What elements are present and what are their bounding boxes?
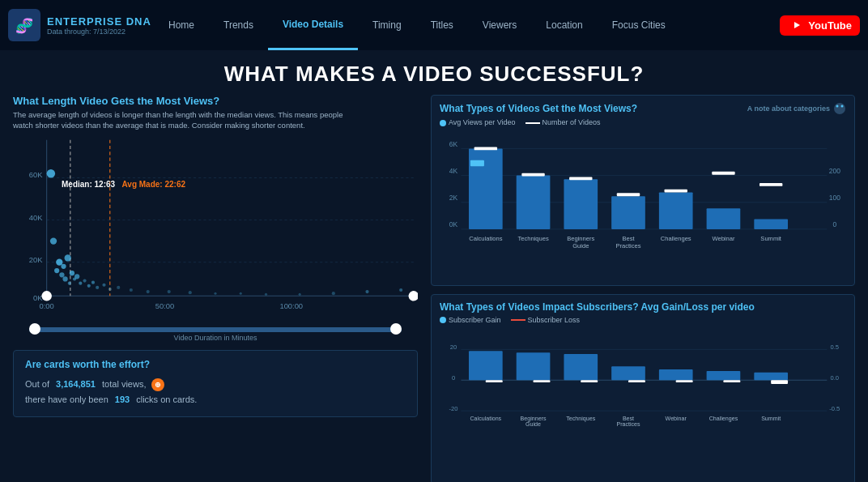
svg-rect-101 bbox=[611, 366, 645, 380]
slider-left-thumb[interactable] bbox=[29, 323, 40, 335]
svg-point-38 bbox=[130, 288, 133, 292]
svg-text:20: 20 bbox=[450, 343, 457, 351]
navigation: 🧬 ENTERPRISE DNA Data through: 7/13/2022… bbox=[0, 0, 868, 50]
dna-icon: 🧬 bbox=[8, 9, 40, 41]
svg-text:0: 0 bbox=[452, 374, 455, 382]
cards-views: 3,164,851 bbox=[56, 379, 96, 389]
cards-line2: there have only been 193 clicks on cards… bbox=[25, 392, 406, 408]
nav-viewers[interactable]: Viewers bbox=[468, 0, 531, 50]
svg-point-44 bbox=[265, 292, 267, 295]
svg-rect-111 bbox=[771, 380, 788, 384]
svg-text:0K: 0K bbox=[33, 293, 43, 301]
bottom-chart-title: What Types of Videos Impact Subscribers?… bbox=[440, 301, 755, 313]
svg-point-26 bbox=[68, 281, 71, 284]
cards-stats: Out of 3,164,851 total views, ⊕ there ha… bbox=[25, 377, 406, 409]
top-chart-title: What Types of Videos Get the Most Views? bbox=[440, 103, 637, 114]
median-value: Median: 12:63 bbox=[62, 180, 115, 189]
svg-rect-75 bbox=[665, 190, 687, 193]
nav-video-details[interactable]: Video Details bbox=[268, 0, 358, 50]
nav-titles[interactable]: Titles bbox=[416, 0, 468, 50]
svg-rect-105 bbox=[486, 380, 503, 382]
svg-point-45 bbox=[299, 292, 301, 295]
duration-slider[interactable] bbox=[29, 327, 402, 332]
nav-trends[interactable]: Trends bbox=[209, 0, 268, 50]
data-date: Data through: 7/13/2022 bbox=[47, 28, 151, 36]
cards-pre2: there have only been bbox=[25, 395, 108, 404]
nav-timing[interactable]: Timing bbox=[358, 0, 416, 50]
svg-point-53 bbox=[836, 105, 839, 108]
svg-rect-98 bbox=[469, 351, 503, 380]
nav-focus-cities[interactable]: Focus Cities bbox=[598, 0, 680, 50]
svg-point-37 bbox=[117, 285, 120, 288]
nav-links: Home Trends Video Details Timing Titles … bbox=[154, 0, 780, 50]
svg-text:Webinar: Webinar bbox=[712, 235, 735, 242]
svg-point-42 bbox=[214, 292, 216, 294]
svg-rect-76 bbox=[707, 208, 741, 229]
slider-row: Video Duration in Minutes bbox=[13, 327, 418, 342]
svg-text:0:00: 0:00 bbox=[40, 302, 54, 310]
svg-rect-68 bbox=[517, 176, 551, 229]
scatter-chart: Median: 12:63 Avg Made: 22:62 0K 20K 40K… bbox=[13, 131, 418, 326]
svg-text:0.0: 0.0 bbox=[831, 374, 840, 382]
svg-rect-78 bbox=[754, 220, 788, 229]
svg-rect-99 bbox=[517, 352, 551, 380]
top-chart-header: What Types of Videos Get the Most Views?… bbox=[440, 102, 846, 115]
svg-point-39 bbox=[147, 290, 150, 293]
top-chart-legend: Avg Views per Video Number of Videos bbox=[440, 118, 846, 126]
info-icon[interactable] bbox=[833, 102, 846, 115]
svg-point-35 bbox=[102, 283, 105, 286]
note-area: A note about categories bbox=[747, 102, 846, 115]
cards-pre1: Out of bbox=[25, 379, 49, 389]
svg-point-43 bbox=[240, 292, 242, 294]
slider-right-thumb[interactable] bbox=[390, 323, 402, 335]
left-panel: What Length Video Gets the Most Views? T… bbox=[13, 95, 418, 482]
svg-rect-67 bbox=[474, 147, 497, 151]
svg-point-27 bbox=[70, 271, 74, 275]
content-area: What Length Video Gets the Most Views? T… bbox=[0, 95, 868, 482]
svg-point-48 bbox=[399, 288, 402, 292]
svg-rect-109 bbox=[676, 380, 693, 382]
svg-point-21 bbox=[56, 258, 62, 265]
svg-text:2K: 2K bbox=[449, 194, 458, 202]
svg-text:50:00: 50:00 bbox=[155, 302, 174, 310]
circle-icon: ⊕ bbox=[151, 378, 164, 391]
svg-rect-69 bbox=[521, 173, 544, 177]
svg-rect-66 bbox=[470, 160, 484, 167]
bottom-chart-header: What Types of Videos Impact Subscribers?… bbox=[440, 301, 846, 313]
svg-point-22 bbox=[59, 272, 64, 277]
youtube-button[interactable]: YouTube bbox=[780, 15, 860, 36]
cards-title: Are cards worth the effort? bbox=[25, 359, 406, 370]
youtube-label: YouTube bbox=[808, 19, 852, 32]
bottom-bar-chart: 0.5 0.0 -0.5 20 0 -20 bbox=[440, 327, 846, 441]
scatter-desc: The average length of videos is longer t… bbox=[13, 109, 353, 131]
top-chart-section: What Types of Videos Get the Most Views?… bbox=[431, 95, 855, 286]
svg-point-34 bbox=[96, 285, 99, 288]
svg-text:Challenges: Challenges bbox=[709, 415, 738, 421]
svg-text:Techniques: Techniques bbox=[517, 235, 548, 242]
svg-text:-0.5: -0.5 bbox=[829, 405, 840, 412]
cards-clicks: 193 bbox=[115, 395, 130, 404]
svg-rect-106 bbox=[534, 380, 551, 382]
nav-home[interactable]: Home bbox=[154, 0, 209, 50]
svg-point-33 bbox=[91, 280, 95, 284]
svg-text:Challenges: Challenges bbox=[661, 235, 691, 242]
cards-line1: Out of 3,164,851 total views, ⊕ bbox=[25, 377, 406, 393]
svg-point-19 bbox=[50, 237, 57, 244]
svg-point-32 bbox=[87, 284, 91, 287]
bottom-chart-legend: Subscriber Gain Subscriber Loss bbox=[440, 316, 846, 324]
scatter-svg: 0K 20K 40K 60K 0:00 50:00 100:00 bbox=[13, 131, 418, 326]
svg-text:40K: 40K bbox=[29, 213, 43, 221]
svg-text:Guide: Guide bbox=[572, 242, 589, 250]
scatter-title: What Length Video Gets the Most Views? bbox=[13, 95, 418, 107]
svg-rect-110 bbox=[723, 380, 740, 382]
svg-point-36 bbox=[108, 288, 112, 291]
legend-num: Number of Videos bbox=[542, 118, 601, 126]
avg-value: Avg Made: 22:62 bbox=[121, 180, 185, 189]
page-title: WHAT MAKES A VIDEO SUCCESSFUL? bbox=[0, 50, 868, 95]
right-panel: What Types of Videos Get the Most Views?… bbox=[418, 95, 855, 482]
nav-location[interactable]: Location bbox=[531, 0, 597, 50]
svg-point-29 bbox=[74, 274, 79, 279]
note-text: A note about categories bbox=[747, 105, 830, 113]
cards-section: Are cards worth the effort? Out of 3,164… bbox=[13, 350, 418, 418]
svg-rect-71 bbox=[569, 177, 592, 180]
